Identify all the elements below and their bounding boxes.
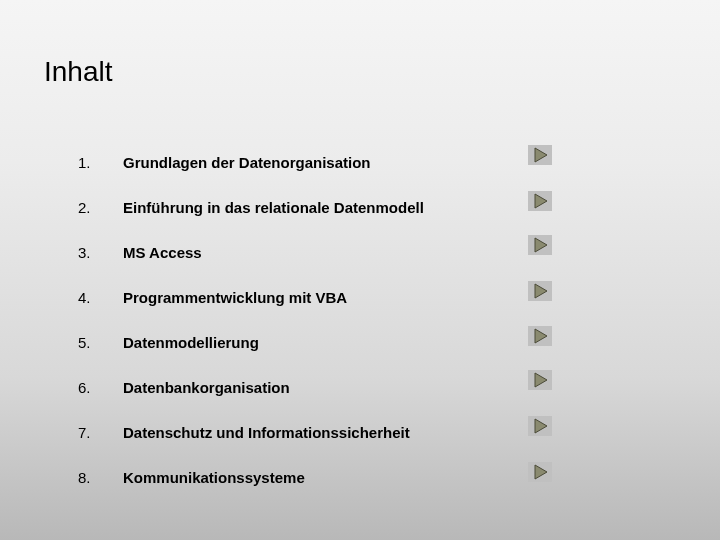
page-title: Inhalt [44,56,113,88]
toc-label: Einführung in das relationale Datenmodel… [123,199,550,216]
toc-row: 4. Programmentwicklung mit VBA [78,275,550,320]
toc-number: 6. [78,379,123,396]
play-icon [528,326,552,346]
play-icon [528,462,552,482]
toc-row: 2. Einführung in das relationale Datenmo… [78,185,550,230]
play-icon [528,145,552,165]
toc-number: 2. [78,199,123,216]
toc-label: Programmentwicklung mit VBA [123,289,550,306]
toc-number: 4. [78,289,123,306]
toc-label: Kommunikationssysteme [123,469,550,486]
toc-row: 5. Datenmodellierung [78,320,550,365]
play-icon [528,281,552,301]
toc-label: Datenschutz und Informationssicherheit [123,424,550,441]
toc-row: 3. MS Access [78,230,550,275]
toc-row: 8. Kommunikationssysteme [78,455,550,500]
toc-number: 8. [78,469,123,486]
toc-label: Grundlagen der Datenorganisation [123,154,550,171]
toc-number: 1. [78,154,123,171]
nav-arrow-button-4[interactable] [528,281,552,301]
nav-arrow-button-2[interactable] [528,191,552,211]
nav-arrow-button-1[interactable] [528,145,552,165]
toc-number: 7. [78,424,123,441]
toc-label: MS Access [123,244,550,261]
nav-arrow-button-6[interactable] [528,370,552,390]
play-icon [528,235,552,255]
toc-number: 5. [78,334,123,351]
play-icon [528,370,552,390]
toc-label: Datenbankorganisation [123,379,550,396]
nav-arrow-button-5[interactable] [528,326,552,346]
toc-label: Datenmodellierung [123,334,550,351]
toc-row: 6. Datenbankorganisation [78,365,550,410]
toc-row: 7. Datenschutz und Informationssicherhei… [78,410,550,455]
play-icon [528,416,552,436]
table-of-contents: 1. Grundlagen der Datenorganisation 2. E… [78,140,550,500]
play-icon [528,191,552,211]
nav-arrow-button-8[interactable] [528,462,552,482]
nav-arrow-button-7[interactable] [528,416,552,436]
toc-number: 3. [78,244,123,261]
toc-row: 1. Grundlagen der Datenorganisation [78,140,550,185]
nav-arrow-button-3[interactable] [528,235,552,255]
